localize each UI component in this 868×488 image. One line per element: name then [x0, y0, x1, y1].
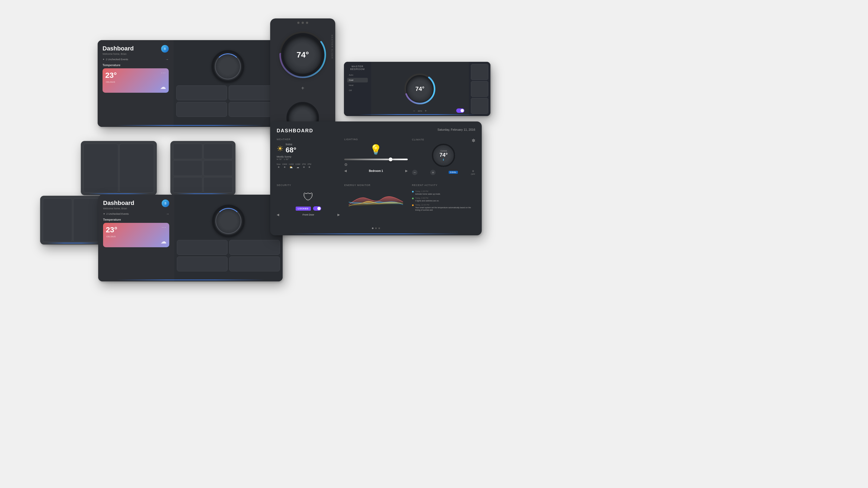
- more-dots-2[interactable]: ···: [162, 225, 166, 229]
- climate-plus-btn[interactable]: +: [430, 170, 436, 175]
- weather-hours: Now ☀ 10AM ☀ 11AM ⛅ 12AM ☁ 1PM ☀: [277, 163, 340, 169]
- activity-text-group-1: Today, 1:26 PM Activate home wake up mod…: [415, 190, 441, 195]
- lighting-next-arrow[interactable]: ▶: [405, 169, 408, 173]
- master-menu-off[interactable]: Off: [347, 88, 368, 93]
- dial-knob-2[interactable]: [212, 205, 245, 237]
- temp-unit: CELSIUS: [106, 81, 117, 83]
- master-bedroom-panel: MASTER BEDROOM Auto Cool Heat Off 74° − …: [344, 62, 490, 116]
- door-prev-arrow[interactable]: ◀: [277, 213, 279, 217]
- master-btn-2[interactable]: [471, 81, 488, 97]
- led-strip: [116, 125, 264, 126]
- activity-section: Recent Activity Today, 1:26 PM Activate …: [412, 184, 475, 225]
- settings-icon[interactable]: ⚙: [344, 162, 348, 167]
- energy-chart-svg: [344, 190, 407, 209]
- master-plus[interactable]: +: [425, 109, 427, 113]
- phone-temp: 74°: [297, 50, 309, 59]
- led-strip-large-dash: [291, 233, 461, 234]
- temp-value-group: 23° CELSIUS: [105, 71, 117, 83]
- grid-btn-8[interactable]: [229, 257, 280, 271]
- lighting-controls-top: ⚙: [344, 162, 407, 167]
- weather-section: Weather ☀ Irvine 68° Mostly Sunny H 76° …: [277, 138, 340, 180]
- energy-section: Energy Monitor: [344, 184, 407, 225]
- dial-knob[interactable]: [212, 50, 244, 83]
- weather-hour-4: 12AM ☁: [296, 163, 300, 169]
- plus-icon[interactable]: +: [301, 85, 304, 91]
- bulb-icon: 💡: [344, 144, 407, 155]
- door-controls: ◀ Front Door ▶: [277, 213, 340, 217]
- led-strip: [88, 193, 149, 194]
- phone-dot-2: [302, 22, 304, 24]
- weather-low: L 52°: [284, 158, 289, 161]
- switch-small-col-1[interactable]: [43, 198, 72, 242]
- lighting-room: Bedroom 1: [369, 169, 383, 172]
- master-toggle[interactable]: [456, 108, 464, 113]
- temp-card: 23° CELSIUS ··· ☁: [102, 68, 169, 93]
- cloud-icon: ☁: [160, 84, 166, 91]
- shield-icon: 🛡: [303, 191, 314, 203]
- fan-status-group: ≡ OFF: [471, 169, 475, 175]
- master-menu-auto[interactable]: Auto: [347, 73, 368, 77]
- lighting-controls: ◀ Bedroom 1 ▶: [344, 169, 407, 173]
- security-section: Security 🛡 LOCKED ◀ Front Door ▶: [277, 184, 340, 225]
- lighting-prev-arrow[interactable]: ◀: [344, 169, 347, 173]
- dash-subtitle-2: Welcome home, Brian: [103, 207, 134, 210]
- led-strip: [46, 242, 99, 243]
- activity-time-1: Today, 1:26 PM: [415, 190, 441, 192]
- grid-btn-7[interactable]: [177, 257, 227, 271]
- master-toggle-switch[interactable]: [456, 108, 464, 113]
- master-btn-3[interactable]: [471, 98, 488, 114]
- events-arrow[interactable]: →: [165, 58, 169, 61]
- switch-col-1[interactable]: [84, 144, 118, 193]
- footer-dot-3[interactable]: [378, 227, 380, 229]
- temp-unit-2: CELSIUS: [106, 235, 117, 238]
- master-minus[interactable]: −: [413, 109, 415, 113]
- toggle-knob: [461, 109, 464, 112]
- climate-temp: 74°: [439, 152, 447, 158]
- button-grid-2: [177, 240, 280, 271]
- temp-section-label-2: Temperature: [103, 218, 169, 221]
- dash-header: Dashboard Welcome home, Brian B: [102, 45, 169, 55]
- weather-title: Weather: [277, 138, 340, 141]
- footer-dot-2[interactable]: [375, 227, 377, 229]
- dash-title-area-2: Dashboard Welcome home, Brian: [103, 199, 134, 210]
- brightness-slider[interactable]: [344, 159, 407, 160]
- dash-title-area: Dashboard Welcome home, Brian: [102, 45, 134, 55]
- phone-knob[interactable]: 74°: [281, 33, 324, 76]
- dash-controls: [174, 40, 282, 127]
- brightness-knob[interactable]: [389, 158, 393, 161]
- master-menu-heat[interactable]: Heat: [347, 83, 368, 88]
- security-toggle[interactable]: [313, 206, 321, 210]
- ld-header: DASHBOARD Saturday, February 11, 2016: [277, 128, 475, 134]
- switch-btn-5[interactable]: [173, 177, 203, 193]
- dash-events-2[interactable]: ✦ 2 Unchecked Events →: [103, 212, 169, 216]
- temp-value-2: 23°: [106, 226, 117, 234]
- grid-btn-5[interactable]: [177, 240, 227, 255]
- dash-screen-2: Dashboard Welcome home, Brian B ✦ 2 Unch…: [98, 195, 174, 282]
- activity-text-2: 4 lights and switches are on.: [415, 199, 439, 202]
- switch-btn-2[interactable]: [204, 144, 233, 159]
- lighting-title: Lighting: [344, 138, 407, 141]
- sun-icon: ☀: [277, 144, 283, 153]
- master-btn-1[interactable]: [471, 64, 488, 80]
- climate-minus-btn[interactable]: −: [412, 170, 417, 175]
- weather-city: Irvine: [286, 143, 296, 146]
- events-arrow-2[interactable]: →: [166, 212, 169, 216]
- switch-btn-6[interactable]: [204, 177, 233, 193]
- grid-btn-1[interactable]: [176, 86, 227, 100]
- dash-events[interactable]: ✦ 2 Unchecked Events →: [102, 58, 169, 61]
- switch-col-2[interactable]: [119, 144, 154, 193]
- climate-header: Climate ✼: [412, 138, 475, 143]
- grid-btn-6[interactable]: [229, 240, 280, 255]
- cool-badge: COOL: [448, 171, 458, 174]
- footer-dot-1[interactable]: [372, 227, 373, 229]
- door-next-arrow[interactable]: ▶: [337, 213, 340, 217]
- switch-btn-1[interactable]: [173, 144, 203, 159]
- switch-panel-2col: [81, 141, 157, 195]
- switch-btn-3[interactable]: [173, 160, 203, 176]
- climate-controls: − + COOL ≡ OFF: [412, 169, 475, 175]
- switch-btn-4[interactable]: [204, 160, 233, 176]
- climate-dial[interactable]: Current 74° 🌡: [432, 144, 455, 167]
- grid-btn-3[interactable]: [176, 102, 227, 117]
- master-menu-cool[interactable]: Cool: [347, 78, 368, 83]
- more-dots[interactable]: ···: [161, 70, 166, 75]
